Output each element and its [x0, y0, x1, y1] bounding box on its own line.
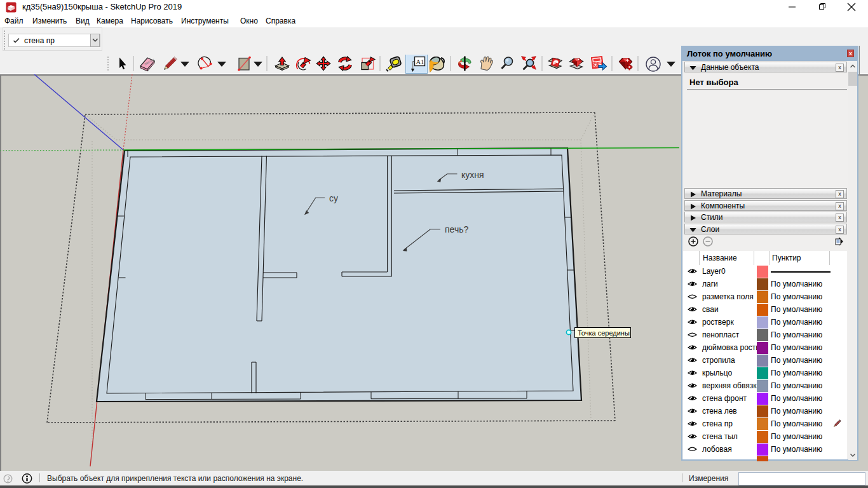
svg-text:A1: A1	[416, 58, 424, 65]
svg-text:су: су	[329, 193, 338, 203]
svg-text:Точка середины: Точка середины	[578, 329, 630, 337]
svg-text:печь?: печь?	[445, 224, 468, 234]
svg-text:кухня: кухня	[461, 170, 484, 180]
